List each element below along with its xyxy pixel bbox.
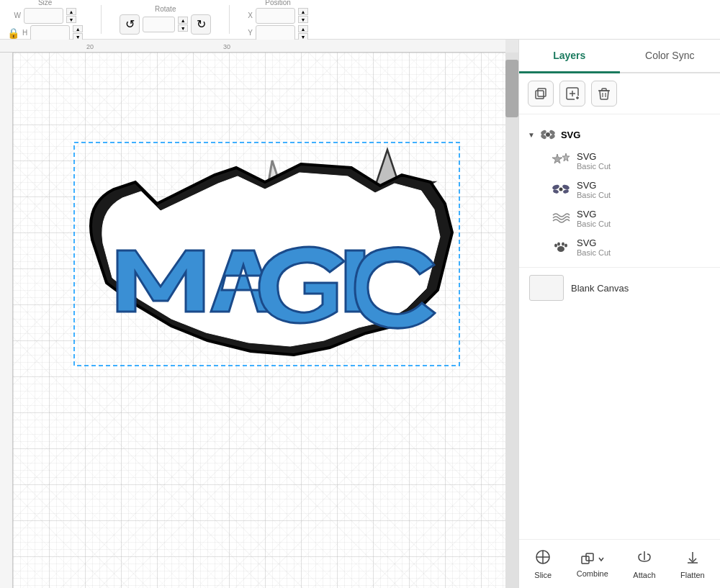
size-group: Size W ▲ ▼ 🔒 H ▲ ▼ (7, 0, 83, 41)
bottom-actions: Slice Combine (522, 546, 717, 582)
layer-group-header[interactable]: ▼ SVG (528, 123, 711, 146)
svg-rect-3 (536, 91, 544, 99)
svg-marker-19 (552, 154, 562, 163)
layer-item-3[interactable]: SVG Basic Cut (528, 204, 711, 232)
star-pair-icon (552, 153, 570, 168)
wavy-icon (552, 210, 570, 226)
group-collapse-arrow[interactable]: ▼ (528, 131, 535, 139)
svg-point-26 (557, 246, 564, 252)
layer-item-4[interactable]: SVG Basic Cut (528, 232, 711, 261)
width-spinner[interactable]: ▲ ▼ (66, 8, 76, 23)
width-up[interactable]: ▲ (66, 8, 76, 15)
combine-svg-icon (580, 551, 597, 568)
layer-2-sub: Basic Cut (577, 191, 611, 199)
flatten-icon (684, 548, 701, 569)
ruler-mark-30: 30 (223, 43, 230, 50)
divider-1 (101, 5, 102, 34)
flatten-svg-icon (684, 548, 701, 566)
y-input[interactable] (256, 25, 295, 41)
y-up[interactable]: ▲ (298, 25, 308, 32)
layer-4-name: SVG (577, 238, 611, 248)
add-icon (566, 87, 579, 100)
grid-canvas[interactable] (13, 53, 505, 588)
layer-item-2[interactable]: SVG Basic Cut (528, 175, 711, 204)
svg-point-21 (559, 188, 563, 191)
ruler-left (0, 53, 13, 588)
flatten-button[interactable]: Flatten (675, 546, 711, 582)
combine-icon (580, 551, 605, 568)
attach-label: Attach (633, 571, 655, 579)
main-area: 20 30 (0, 40, 720, 588)
magic-logo-svg (56, 117, 474, 391)
rotate-down[interactable]: ▼ (178, 24, 188, 32)
svg-point-30 (564, 244, 567, 248)
x-up[interactable]: ▲ (298, 8, 308, 15)
x-input[interactable] (256, 8, 295, 24)
height-label: H (22, 29, 27, 37)
width-down[interactable]: ▼ (66, 16, 76, 23)
combine-label: Combine (577, 569, 608, 578)
blank-canvas-row[interactable]: Blank Canvas (519, 267, 720, 308)
width-label: W (14, 12, 20, 19)
attach-svg-icon (636, 548, 653, 566)
ruler-top: 20 30 (0, 40, 505, 53)
height-spinner[interactable]: ▲ ▼ (73, 25, 83, 40)
layer-3-name: SVG (577, 209, 611, 220)
layer-4-icon (551, 237, 571, 257)
duplicate-layer-button[interactable] (528, 81, 554, 107)
rotate-up[interactable]: ▲ (178, 17, 188, 24)
position-label: Position (265, 0, 291, 6)
x-spinner[interactable]: ▲ ▼ (298, 8, 308, 23)
butterfly-icon (552, 181, 570, 197)
rotate-input[interactable] (143, 17, 175, 32)
layer-group-svg: ▼ SVG (519, 120, 720, 264)
attach-button[interactable]: Attach (627, 546, 661, 582)
width-input[interactable] (24, 8, 63, 24)
delete-layer-button[interactable] (591, 81, 617, 107)
lock-icon[interactable]: 🔒 (7, 27, 19, 39)
attach-icon (636, 548, 653, 569)
ruler-mark-20: 20 (86, 43, 94, 50)
rotate-spinner[interactable]: ▲ ▼ (178, 17, 188, 32)
layer-4-sub: Basic Cut (577, 248, 611, 257)
x-label: X (248, 12, 253, 19)
toolbar: Size W ▲ ▼ 🔒 H ▲ ▼ Rotate ↺ ▲ (0, 0, 720, 40)
height-up[interactable]: ▲ (73, 25, 83, 32)
slice-label: Slice (534, 571, 552, 579)
height-input[interactable] (30, 25, 70, 41)
group-label: SVG (561, 130, 580, 140)
svg-point-25 (562, 189, 569, 194)
add-layer-button[interactable] (559, 81, 585, 107)
panel-bottom: Slice Combine (519, 539, 720, 588)
vertical-scrollbar[interactable] (505, 53, 518, 588)
svg-point-14 (546, 132, 550, 137)
magic-logo-container[interactable] (56, 117, 474, 391)
flatten-label: Flatten (680, 571, 705, 579)
svg-point-28 (557, 243, 560, 246)
slice-svg-icon (534, 548, 552, 566)
layer-3-icon (551, 208, 571, 228)
x-down[interactable]: ▼ (298, 16, 308, 23)
layer-1-name: SVG (577, 151, 611, 162)
tab-layers[interactable]: Layers (519, 40, 620, 73)
y-spinner[interactable]: ▲ ▼ (298, 25, 308, 40)
rotate-ccw-button[interactable]: ↺ (120, 14, 140, 35)
divider-2 (229, 5, 230, 34)
rotate-cw-button[interactable]: ↻ (191, 14, 211, 35)
layer-item-1[interactable]: SVG Basic Cut (528, 146, 711, 175)
blank-canvas-label: Blank Canvas (571, 283, 629, 294)
combine-button[interactable]: Combine (571, 548, 614, 581)
combine-arrow-icon (598, 556, 605, 563)
layer-2-icon (551, 179, 571, 199)
canvas-area[interactable]: 20 30 (0, 40, 518, 588)
position-group: Position X ▲ ▼ Y ▲ ▼ (248, 0, 308, 41)
layers-list[interactable]: ▼ SVG (519, 114, 720, 539)
scrollbar-thumb[interactable] (505, 60, 518, 117)
tab-color-sync[interactable]: Color Sync (620, 40, 721, 73)
svg-point-29 (562, 243, 564, 246)
slice-button[interactable]: Slice (528, 546, 557, 582)
svg-marker-20 (562, 153, 570, 161)
layer-2-name: SVG (577, 180, 611, 191)
layer-3-text: SVG Basic Cut (577, 209, 611, 228)
layer-4-text: SVG Basic Cut (577, 238, 611, 257)
